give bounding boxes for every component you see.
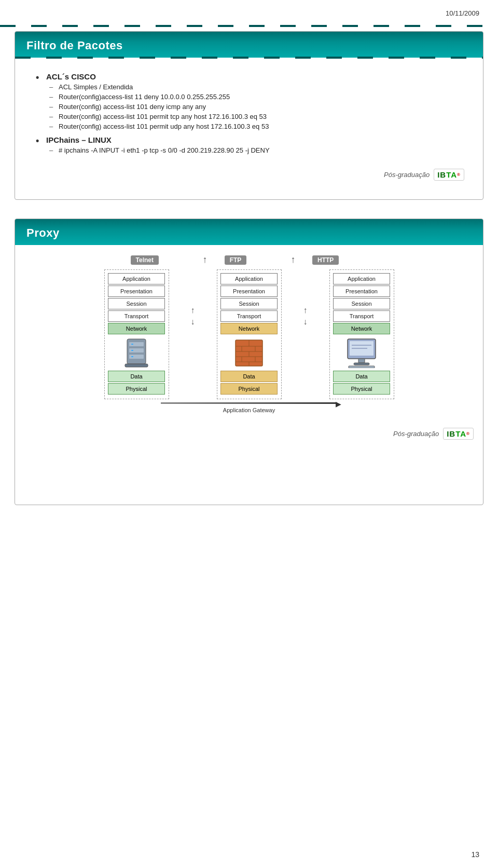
svg-rect-7 <box>125 364 148 367</box>
mid-network: Network <box>220 323 278 334</box>
acl-sub-4: Router(config) access-list 101 permit ud… <box>46 123 464 130</box>
mid-application: Application <box>220 273 278 284</box>
h-arrow-row: ▶ <box>24 402 474 404</box>
mid-physical: Physical <box>220 383 278 395</box>
page-date: 10/11/2009 <box>446 9 479 17</box>
left-physical: Physical <box>108 383 165 395</box>
slide1-ibta-logo: IBTA® <box>434 169 464 181</box>
svg-rect-4 <box>131 344 133 345</box>
mid-presentation: Presentation <box>220 286 278 297</box>
mid-device-firewall <box>228 337 270 369</box>
slide2-card: Proxy Telnet ↑ FTP ↑ HTTP Application Pr… <box>15 219 483 505</box>
left-data: Data <box>108 371 165 382</box>
ipchains-sub-0: # ipchains -A INPUT -i eth1 -p tcp -s 0/… <box>46 146 464 154</box>
firewall-icon <box>232 338 266 368</box>
slide2-header: Proxy <box>15 219 483 245</box>
proto-ftp: FTP <box>225 255 247 265</box>
mid-data: Data <box>220 371 278 382</box>
bullet-acl: ACL´s CISCO ACL Simples / Extendida Rout… <box>34 72 464 130</box>
mid-session: Session <box>220 298 278 309</box>
osi-col-left-outer: Application Presentation Session Transpo… <box>104 269 169 399</box>
svg-rect-6 <box>131 356 133 357</box>
left-session: Session <box>108 298 165 309</box>
svg-rect-26 <box>349 366 375 368</box>
proto-http: HTTP <box>312 255 339 265</box>
proxy-diagram: Telnet ↑ FTP ↑ HTTP Application Presenta… <box>15 245 483 505</box>
slide2-logo-area: Pós-graduação IBTA® <box>24 428 474 440</box>
slide2-ibta-logo: IBTA® <box>443 428 474 440</box>
left-device-server <box>116 337 157 369</box>
osi-col-mid-outer: Application Presentation Session Transpo… <box>217 269 282 399</box>
slide2-logo-text: Pós-graduação <box>393 430 439 438</box>
acl-sub-2: Router(config) access-list 101 deny icmp… <box>46 103 464 111</box>
slide1-bullet-list: ACL´s CISCO ACL Simples / Extendida Rout… <box>34 72 464 154</box>
right-physical: Physical <box>333 383 390 395</box>
svg-rect-24 <box>358 359 365 363</box>
server-icon <box>120 338 153 368</box>
arrows-left-mid: ↑ ↓ <box>184 269 202 327</box>
slide1-card: Filtro de Pacotes ACL´s CISCO ACL Simple… <box>15 31 483 200</box>
gateway-label: Application Gateway <box>24 407 474 413</box>
right-network: Network <box>333 323 390 334</box>
osi-col-right-outer: Application Presentation Session Transpo… <box>329 269 394 399</box>
left-application: Application <box>108 273 165 284</box>
left-presentation: Presentation <box>108 286 165 297</box>
acl-sub-0: ACL Simples / Extendida <box>46 83 464 91</box>
acl-sub-3: Router(config) access-list 101 permit tc… <box>46 113 464 120</box>
slide1-header: Filtro de Pacotes <box>15 32 483 58</box>
page-number: 13 <box>471 850 479 859</box>
slide1-body: ACL´s CISCO ACL Simples / Extendida Rout… <box>15 58 483 199</box>
bullet-ipchains: IPChains – LINUX # ipchains -A INPUT -i … <box>34 135 464 154</box>
left-network: Network <box>108 323 165 334</box>
pc-icon <box>343 338 380 368</box>
right-transport: Transport <box>333 310 390 322</box>
slide1-title: Filtro de Pacotes <box>26 39 123 52</box>
proto-telnet: Telnet <box>131 255 159 265</box>
right-data: Data <box>333 371 390 382</box>
svg-rect-25 <box>354 363 369 365</box>
acl-sub-1: Router(config)access-list 11 deny 10.0.0… <box>46 93 464 101</box>
left-transport: Transport <box>108 310 165 322</box>
arrows-mid-right: ↑ ↓ <box>296 269 315 327</box>
mid-transport: Transport <box>220 310 278 322</box>
acl-sub-list: ACL Simples / Extendida Router(config)ac… <box>46 83 464 130</box>
right-presentation: Presentation <box>333 286 390 297</box>
right-application: Application <box>333 273 390 284</box>
slide1-logo-text: Pós-graduação <box>384 171 430 179</box>
ipchains-sub-list: # ipchains -A INPUT -i eth1 -p tcp -s 0/… <box>46 146 464 154</box>
slide1-logo-area: Pós-graduação IBTA® <box>34 169 464 181</box>
right-session: Session <box>333 298 390 309</box>
slide2-title: Proxy <box>26 226 60 240</box>
svg-rect-5 <box>131 350 133 351</box>
right-device-pc <box>341 337 382 369</box>
